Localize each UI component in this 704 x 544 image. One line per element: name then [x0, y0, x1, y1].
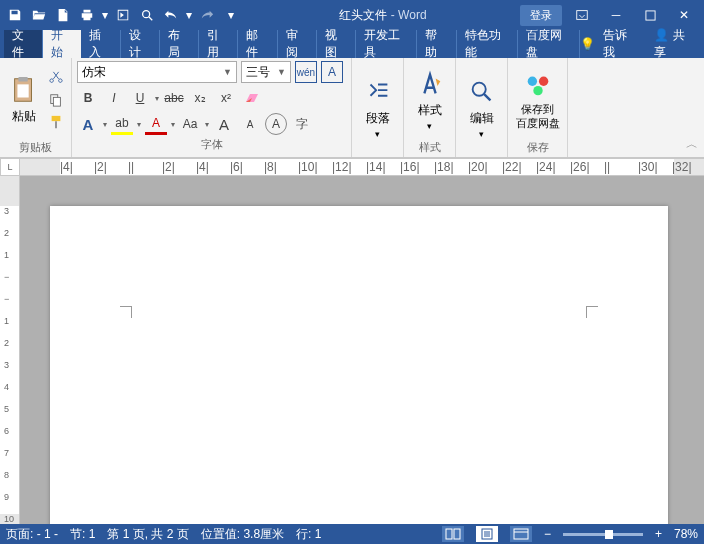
- share-button[interactable]: 👤 共享: [654, 27, 692, 61]
- tab-file[interactable]: 文件: [4, 30, 43, 58]
- tab-insert[interactable]: 插入: [81, 30, 120, 58]
- circle-char-button[interactable]: A: [265, 113, 287, 135]
- clear-format-icon[interactable]: [241, 87, 263, 109]
- find-icon: [466, 76, 498, 108]
- print-preview-icon[interactable]: [136, 4, 158, 26]
- status-section[interactable]: 节: 1: [70, 526, 95, 543]
- svg-rect-2: [645, 10, 654, 19]
- margin-mark-tr: [586, 306, 598, 318]
- highlight-button[interactable]: ab: [111, 113, 133, 135]
- new-icon[interactable]: [52, 4, 74, 26]
- baidu-cloud-icon: [522, 69, 554, 101]
- styles-button[interactable]: 样式▾: [409, 61, 450, 138]
- lightbulb-icon: 💡: [580, 37, 595, 51]
- undo-more-icon[interactable]: ▾: [184, 4, 194, 26]
- superscript-button[interactable]: x²: [215, 87, 237, 109]
- copy-icon[interactable]: [46, 90, 66, 110]
- tab-dev[interactable]: 开发工具: [356, 30, 417, 58]
- window-title: 红头文件 - Word: [246, 7, 520, 24]
- paste-button[interactable]: 粘贴: [5, 61, 43, 138]
- paragraph-icon: [362, 76, 394, 108]
- status-position[interactable]: 位置值: 3.8厘米: [201, 526, 284, 543]
- zoom-in-button[interactable]: +: [655, 527, 662, 541]
- collapse-ribbon-icon[interactable]: ︿: [686, 136, 698, 153]
- svg-rect-8: [52, 115, 61, 120]
- bold-button[interactable]: B: [77, 87, 99, 109]
- minimize-icon[interactable]: ─: [602, 4, 630, 26]
- zoom-slider[interactable]: [563, 533, 643, 536]
- tab-help[interactable]: 帮助: [417, 30, 456, 58]
- shrink-font-button[interactable]: A: [239, 113, 261, 135]
- status-pages[interactable]: 第 1 页, 共 2 页: [107, 526, 188, 543]
- qat-more-icon[interactable]: ▾: [220, 4, 242, 26]
- dropdown-icon[interactable]: ▾: [100, 4, 110, 26]
- maximize-icon[interactable]: [636, 4, 664, 26]
- styles-icon: [414, 68, 446, 100]
- redo-icon[interactable]: [196, 4, 218, 26]
- italic-button[interactable]: I: [103, 87, 125, 109]
- tab-special[interactable]: 特色功能: [457, 30, 518, 58]
- phonetic-icon[interactable]: wén: [295, 61, 317, 83]
- tab-view[interactable]: 视图: [317, 30, 356, 58]
- close-icon[interactable]: ✕: [670, 4, 698, 26]
- save-icon[interactable]: [4, 4, 26, 26]
- svg-point-0: [143, 11, 150, 18]
- vertical-ruler[interactable]: 321−−12345678910: [0, 176, 20, 524]
- tab-design[interactable]: 设计: [121, 30, 160, 58]
- document-canvas[interactable]: [20, 176, 704, 524]
- svg-rect-7: [53, 97, 60, 106]
- editing-button[interactable]: 编辑▾: [461, 61, 502, 153]
- char-border-icon[interactable]: A: [321, 61, 343, 83]
- svg-rect-13: [446, 529, 452, 539]
- tab-review[interactable]: 审阅: [278, 30, 317, 58]
- cut-icon[interactable]: [46, 68, 66, 88]
- view-read-icon[interactable]: [442, 526, 464, 542]
- undo-icon[interactable]: [160, 4, 182, 26]
- tab-baidu[interactable]: 百度网盘: [518, 30, 579, 58]
- underline-button[interactable]: U: [129, 87, 151, 109]
- page[interactable]: [50, 206, 668, 524]
- group-styles-label: 样式: [409, 138, 450, 157]
- format-painter-icon[interactable]: [46, 112, 66, 132]
- tab-home[interactable]: 开始: [43, 30, 81, 58]
- svg-rect-4: [18, 77, 27, 82]
- svg-point-10: [527, 77, 536, 86]
- login-button[interactable]: 登录: [520, 5, 562, 26]
- font-name-combo[interactable]: 仿宋▼: [77, 61, 237, 83]
- svg-rect-5: [17, 84, 28, 97]
- strike-button[interactable]: abc: [163, 87, 185, 109]
- view-web-icon[interactable]: [510, 526, 532, 542]
- save-baidu-button[interactable]: 保存到 百度网盘: [513, 61, 562, 138]
- margin-mark-tl: [120, 306, 132, 318]
- clipboard-icon: [8, 74, 40, 106]
- change-case-button[interactable]: Aa: [179, 113, 201, 135]
- svg-rect-16: [514, 529, 528, 539]
- font-size-combo[interactable]: 三号▼: [241, 61, 291, 83]
- open-icon[interactable]: [28, 4, 50, 26]
- ribbon-options-icon[interactable]: [568, 4, 596, 26]
- status-line[interactable]: 行: 1: [296, 526, 321, 543]
- group-clipboard-label: 剪贴板: [5, 138, 66, 157]
- svg-point-9: [472, 82, 485, 95]
- text-effect-button[interactable]: A: [77, 113, 99, 135]
- paragraph-button[interactable]: 段落▾: [357, 61, 398, 153]
- grow-font-button[interactable]: A: [213, 113, 235, 135]
- tellme-button[interactable]: 告诉我: [603, 27, 635, 61]
- font-color-button[interactable]: A: [145, 113, 167, 135]
- zoom-value[interactable]: 78%: [674, 527, 698, 541]
- preview-icon[interactable]: [112, 4, 134, 26]
- group-save-label: 保存: [513, 138, 562, 157]
- char-button[interactable]: 字: [291, 113, 313, 135]
- svg-point-12: [533, 86, 542, 95]
- tab-layout[interactable]: 布局: [160, 30, 199, 58]
- svg-point-11: [538, 77, 547, 86]
- ruler-corner: L: [0, 158, 20, 176]
- print-icon[interactable]: [76, 4, 98, 26]
- status-page[interactable]: 页面: - 1 -: [6, 526, 58, 543]
- view-print-icon[interactable]: [476, 526, 498, 542]
- zoom-out-button[interactable]: −: [544, 527, 551, 541]
- horizontal-ruler[interactable]: |4||2||||2||4||6||8||10||12||14||16||18|…: [20, 158, 704, 176]
- tab-mail[interactable]: 邮件: [238, 30, 277, 58]
- tab-reference[interactable]: 引用: [199, 30, 238, 58]
- subscript-button[interactable]: x₂: [189, 87, 211, 109]
